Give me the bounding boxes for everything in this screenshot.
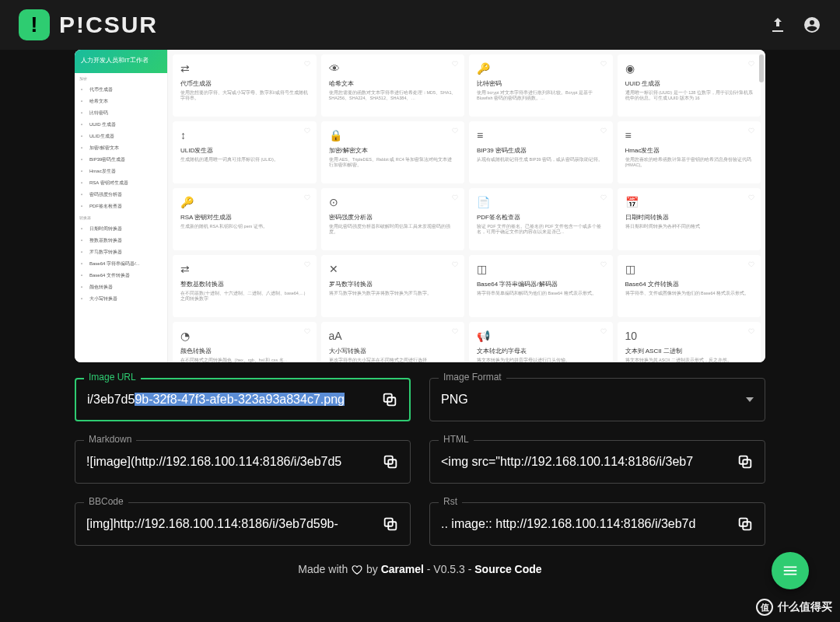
card-desc: 从现有或随机助记符生成 BIP39 密码，或从密码获取助记符。 [477, 157, 605, 162]
favorite-icon[interactable] [748, 328, 754, 334]
field-box[interactable]: <img src="http://192.168.100.114:8186/i/… [429, 440, 765, 484]
favorite-icon[interactable] [304, 128, 310, 134]
favorite-icon[interactable] [304, 261, 310, 267]
sidebar-item[interactable]: ▫PDF签名检查器 [75, 201, 167, 212]
tool-card[interactable]: ⊙ 密码强度分析器 使用此密码强度分析器和破解时间估算工具来发现密码的强度。 [321, 188, 465, 250]
sidebar-item[interactable]: ▫UUID 生成器 [75, 119, 167, 131]
tool-card[interactable]: 👁 哈希文本 使用您需要的函数对文本字符串进行哈希处理：MD5、SHA1、SHA… [321, 54, 465, 117]
card-title: 日期时间转换器 [625, 213, 754, 222]
account-icon[interactable] [803, 16, 821, 34]
sidebar-item[interactable]: ▫BIP39密码生成器 [75, 154, 167, 166]
tool-card[interactable]: ◫ Base64 字符串编码器/解码器 将字符串简单编码和解码为他们的 Base… [469, 255, 613, 317]
sidebar-banner: 人力开发人员和IT工作者 [75, 50, 167, 73]
tool-card[interactable]: ◉ UUID 生成器 通用唯一标识符 (UUID) 是一个 128 位数字，用于… [618, 54, 761, 117]
tool-card[interactable]: aA 大小写转换器 更改字符串的大小写并在不同格式之间进行选择 [321, 322, 465, 362]
field-box[interactable]: ![image](http://192.168.100.114:8186/i/3… [75, 440, 411, 484]
tool-card[interactable]: 📢 文本转北约字母表 将文本转换为北约拼音字母以进行口头传输。 [469, 322, 613, 362]
logo-badge: ! [19, 9, 50, 40]
tool-card[interactable]: ≡ BIP39 密码生成器 从现有或随机助记符生成 BIP39 密码，或从密码获… [469, 121, 613, 183]
markdown-value[interactable]: ![image](http://192.168.100.114:8186/i/3… [86, 455, 373, 469]
favorite-icon[interactable] [748, 194, 754, 201]
tool-card[interactable]: 📅 日期时间转换器 将日期和时间转换为各种不同的格式 [618, 188, 761, 250]
copy-icon[interactable] [737, 515, 754, 533]
rst-value[interactable]: .. image:: http://192.168.100.114:8186/i… [441, 517, 727, 531]
sidebar-item[interactable]: ▫加密/解密文本 [75, 142, 167, 154]
tool-card[interactable]: 🔒 加密/解密文本 使用 AES、TripleDES、Rabbit 或 RC4 … [321, 121, 465, 183]
card-title: 文本到 ASCII 二进制 [625, 347, 754, 355]
sidebar-item[interactable]: ▫Base64 字符串编码器/... [75, 258, 167, 270]
copy-icon[interactable] [382, 515, 399, 533]
favorite-icon[interactable] [304, 194, 310, 201]
card-title: UUID 生成器 [625, 79, 754, 88]
header-actions [768, 16, 821, 34]
sidebar-item[interactable]: ▫Hmac发生器 [75, 166, 167, 177]
favorite-icon[interactable] [304, 61, 310, 67]
tool-card[interactable]: ◫ Base64 文件转换器 将字符串、文件或图像转换为他们的 Base64 格… [618, 255, 761, 317]
tool-card[interactable]: ≡ Hmac发生器 使用您喜欢的哈希函数计算基于密钥的哈希消息身份验证代码 (H… [618, 121, 761, 183]
format-select[interactable]: PNG [429, 378, 765, 421]
tool-card[interactable]: ↕ ULID发生器 生成随机的通用唯一词典可排序标识符 (ULID)。 [173, 121, 317, 183]
field-box[interactable]: i/3eb7d59b-32f8-47f3-afeb-323a93a834c7.p… [75, 378, 411, 421]
sidebar-item[interactable]: ▫整数基数转换器 [75, 235, 167, 246]
bbcode-value[interactable]: [img]http://192.168.100.114:8186/i/3eb7d… [86, 517, 373, 531]
favorite-icon[interactable] [452, 194, 458, 201]
sidebar-item[interactable]: ▫比特密码 [75, 107, 167, 119]
watermark-badge: 值 [756, 599, 773, 616]
card-title: 文本转北约字母表 [477, 347, 605, 355]
card-title: Hmac发生器 [625, 146, 754, 155]
source-code-link[interactable]: Source Code [474, 563, 541, 575]
favorite-icon[interactable] [600, 128, 607, 134]
favorite-icon[interactable] [600, 261, 607, 267]
field-label: Image URL [84, 372, 141, 383]
favorite-icon[interactable] [748, 128, 754, 134]
sidebar-item[interactable]: ▫大小写转换器 [75, 293, 167, 305]
favorite-icon[interactable] [748, 261, 754, 267]
upload-icon[interactable] [768, 16, 787, 34]
card-desc: 将字符串、文件或图像转换为他们的 Base64 格式表示形式。 [625, 291, 754, 296]
tool-card[interactable]: 10 文本到 ASCII 二进制 将文本转换为其 ASCII 二进制表示形式，反… [618, 322, 761, 362]
image-url-value[interactable]: i/3eb7d59b-32f8-47f3-afeb-323a93a834c7.p… [87, 393, 372, 407]
sidebar-item[interactable]: ▫密码强度分析器 [75, 189, 167, 201]
field-label: HTML [439, 434, 474, 445]
card-title: 代币生成器 [180, 79, 309, 88]
tool-card[interactable]: 🔑 比特密码 使用 bcrypt 对文本字符串进行散列和比较。Bcrypt 是基… [469, 54, 613, 117]
sidebar-item[interactable]: ▫哈希文本 [75, 96, 167, 107]
sidebar-item[interactable]: ▫RSA 密钥对生成器 [75, 177, 167, 189]
tool-card[interactable]: 🔑 RSA 密钥对生成器 生成新的随机 RSA 私钥和公钥 pem 证书。 [173, 188, 317, 250]
favorite-icon[interactable] [600, 328, 607, 334]
card-desc: 在不同基数(十进制、十六进制、二进制、八进制、base64,...）之间转换数字 [180, 291, 309, 302]
tool-card[interactable]: 📄 PDF签名检查器 验证 PDF 文件的签名。已签名的 PDF 文件包含一个或… [469, 188, 613, 250]
tool-card[interactable]: ✕ 罗马数字转换器 将罗马数字转换为数字并将数字转换为罗马数字。 [321, 255, 465, 317]
logo[interactable]: ! P!CSUR [19, 9, 158, 40]
sidebar-item[interactable]: ▫颜色转换器 [75, 281, 167, 293]
tool-card[interactable]: ⇄ 代币生成器 使用您想要的字符、大写或小写字母、数字和/或符号生成随机字符串。 [173, 54, 317, 117]
sidebar-item[interactable]: ▫ULID生成器 [75, 131, 167, 142]
copy-icon[interactable] [381, 391, 398, 408]
chevron-down-icon [746, 397, 754, 402]
sidebar-item[interactable]: ▫罗马数字转换器 [75, 246, 167, 258]
sidebar-item[interactable]: ▫Base64 文件转换器 [75, 270, 167, 281]
tool-card[interactable]: ⇄ 整数基数转换器 在不同基数(十进制、十六进制、二进制、八进制、base64,… [173, 255, 317, 317]
field-box[interactable]: [img]http://192.168.100.114:8186/i/3eb7d… [75, 502, 411, 546]
copy-icon[interactable] [737, 453, 754, 470]
card-desc: 将日期和时间转换为各种不同的格式 [625, 224, 754, 229]
field-box[interactable]: .. image:: http://192.168.100.114:8186/i… [429, 502, 765, 546]
favorite-icon[interactable] [452, 61, 458, 67]
sidebar-item[interactable]: ▫代币生成器 [75, 84, 167, 96]
favorite-icon[interactable] [452, 128, 458, 134]
tool-card[interactable]: ◔ 颜色转换器 在不同格式之间转换颜色（hex、rgb、hsl 和 css 名.… [173, 322, 317, 362]
copy-icon[interactable] [382, 453, 399, 470]
app-header: ! P!CSUR [0, 0, 840, 50]
favorite-icon[interactable] [600, 61, 607, 67]
html-value[interactable]: <img src="http://192.168.100.114:8186/i/… [441, 455, 727, 469]
fab-menu[interactable] [772, 552, 809, 589]
scrollbar[interactable] [759, 54, 764, 82]
favorite-icon[interactable] [600, 194, 607, 201]
favorite-icon[interactable] [452, 261, 458, 267]
sidebar-item[interactable]: ▫日期时间转换器 [75, 223, 167, 235]
favorite-icon[interactable] [452, 328, 458, 334]
favorite-icon[interactable] [304, 328, 310, 334]
markdown-field: Markdown ![image](http://192.168.100.114… [75, 440, 411, 484]
favorite-icon[interactable] [748, 61, 754, 67]
card-desc: 将字符串简单编码和解码为他们的 Base64 格式表示形式。 [477, 291, 605, 296]
